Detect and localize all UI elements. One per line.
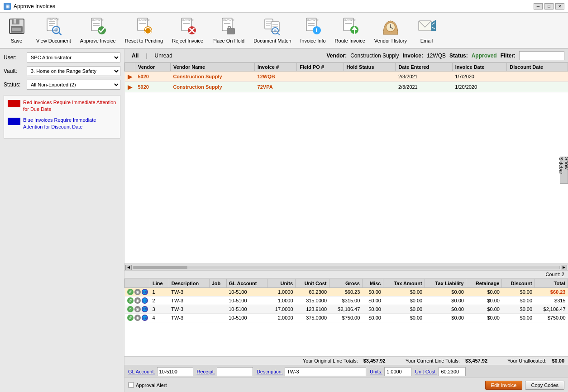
col-hold-status[interactable]: Hold Status (344, 63, 396, 72)
maximize-button[interactable]: □ (544, 3, 554, 10)
approval-alert-checkbox[interactable] (128, 382, 134, 388)
red-legend-text: Red Invoices Require Immediate Attention… (23, 99, 116, 113)
line-retainage-cell: $0.00 (466, 288, 502, 296)
svg-text:INVOICE: INVOICE (307, 19, 319, 22)
line-unitcost-cell: 315.0000 (296, 296, 329, 305)
line-total-cell: $315 (535, 296, 568, 305)
approve-invoice-button[interactable]: INVOICE Approve Invoice (76, 14, 120, 46)
close-button[interactable]: ✕ (555, 3, 564, 10)
line-icon-1: ↺ (127, 306, 134, 312)
col-line-job[interactable]: Job (209, 279, 226, 288)
svg-text:INVOICE: INVOICE (92, 19, 104, 22)
user-field-row: User: SPC Administrator (4, 53, 120, 62)
invoice-num-link[interactable]: 72VPA (258, 84, 273, 90)
col-total[interactable]: Total (535, 279, 568, 288)
scroll-thumb[interactable] (133, 266, 187, 269)
svg-text:INVOICE: INVOICE (138, 19, 150, 22)
vendor-name-link[interactable]: Construction Supply (173, 74, 222, 79)
col-line-desc[interactable]: Description (169, 279, 209, 288)
scroll-right-button[interactable]: ▶ (561, 265, 567, 270)
svg-point-13 (54, 28, 58, 32)
view-document-button[interactable]: INVOICE View Document (32, 14, 75, 46)
line-icon-2: ◉ (134, 315, 141, 321)
col-line-num[interactable]: Line (150, 279, 169, 288)
tab-unread[interactable]: Unread (151, 52, 176, 60)
invoice-num-link[interactable]: 12WQB (258, 74, 275, 79)
col-discount[interactable]: Discount (502, 279, 535, 288)
col-vendor-name[interactable]: Vendor Name (170, 63, 254, 72)
col-field-po[interactable]: Field PO # (297, 63, 344, 72)
status-field-row: Status: All Non-Exported (2) (4, 80, 120, 90)
unit-cost-input[interactable] (439, 367, 466, 376)
col-tax-amount[interactable]: Tax Amount (383, 279, 425, 288)
vendor-link[interactable]: 5020 (138, 84, 149, 90)
vault-select[interactable]: 3. Home on the Range Safety (27, 66, 120, 76)
col-tax-liability[interactable]: Tax Liability (425, 279, 466, 288)
units-input[interactable] (384, 367, 411, 376)
col-unit-cost[interactable]: Unit Cost (296, 279, 329, 288)
table-row[interactable]: ▶ 5020 Construction Supply 12WQB 2/3/202… (125, 72, 568, 82)
place-on-hold-button[interactable]: INVOICE Place On Hold (208, 14, 248, 46)
gl-account-input[interactable] (157, 367, 193, 376)
line-total-cell: $60.23 (535, 288, 568, 296)
line-table: Line Description Job GL Account Units Un… (124, 279, 568, 322)
status-select[interactable]: All Non-Exported (2) (27, 80, 120, 90)
description-label[interactable]: Description: (257, 369, 283, 374)
scroll-track[interactable] (133, 266, 560, 269)
col-discount-date[interactable]: Discount Date (507, 63, 568, 72)
email-button[interactable]: Email (412, 14, 441, 46)
reset-to-pending-button[interactable]: INVOICE Reset to Pending (121, 14, 167, 46)
line-item-row[interactable]: ↺ ◉ 🌐 4 TW-3 10-5100 2.0000 375.0000 (125, 314, 568, 322)
svg-point-45 (274, 29, 277, 32)
receipt-label[interactable]: Receipt: (197, 369, 215, 374)
col-gl-account[interactable]: GL Account (226, 279, 267, 288)
tab-all[interactable]: All (128, 52, 142, 60)
filter-input[interactable] (519, 51, 564, 60)
window-title: Approve Invoices (14, 3, 534, 10)
col-gross[interactable]: Gross (329, 279, 362, 288)
col-retainage[interactable]: Retainage (466, 279, 502, 288)
row-icon-cell: ▶ (125, 82, 135, 92)
save-button[interactable]: Save (2, 14, 31, 46)
route-invoice-button[interactable]: INVOICE Route Invoice (331, 14, 369, 46)
units-label[interactable]: Units: (370, 369, 382, 374)
line-taxamt-cell: $0.00 (383, 305, 425, 314)
reset-to-pending-label: Reset to Pending (125, 38, 163, 44)
document-match-button[interactable]: Document Match (249, 14, 295, 46)
vendor-name-link[interactable]: Construction Supply (173, 84, 222, 90)
user-select[interactable]: SPC Administrator (27, 53, 120, 62)
vendor-history-button[interactable]: Vendor History (370, 14, 411, 46)
reject-invoice-button[interactable]: INVOICE Reject Invoice (168, 14, 207, 46)
line-item-row[interactable]: ↺ ◉ 🌐 1 TW-3 10-5100 1.0000 60.2300 (125, 288, 568, 296)
col-date-entered[interactable]: Date Entered (396, 63, 452, 72)
line-icon-2: ◉ (134, 306, 141, 312)
table-row[interactable]: ▶ 5020 Construction Supply 72VPA 2/3/202… (125, 82, 568, 92)
invoice-info-icon: INVOICE i (303, 17, 323, 36)
receipt-input[interactable] (217, 367, 253, 376)
line-total-cell: $750.00 (535, 314, 568, 322)
line-item-row[interactable]: ↺ ◉ 🌐 2 TW-3 10-5100 1.0000 315.0000 (125, 296, 568, 305)
gl-account-label[interactable]: GL Account: (128, 369, 155, 374)
line-item-row[interactable]: ↺ ◉ 🌐 3 TW-3 10-5100 17.0000 123.9100 (125, 305, 568, 314)
minimize-button[interactable]: ─ (534, 3, 543, 10)
svg-text:INVOICE: INVOICE (48, 18, 59, 21)
horizontal-scrollbar[interactable]: ◀ ▶ (124, 264, 568, 270)
col-invoice-num[interactable]: Invoice # (255, 63, 297, 72)
edit-invoice-button[interactable]: Edit Invoice (485, 381, 523, 390)
svg-point-62 (390, 27, 391, 28)
copy-codes-button[interactable]: Copy Codes (525, 381, 564, 390)
invoice-info-button[interactable]: INVOICE i Invoice Info (296, 14, 329, 46)
line-table-area: Line Description Job GL Account Units Un… (124, 279, 568, 356)
col-vendor[interactable]: Vendor (135, 63, 171, 72)
col-invoice-date[interactable]: Invoice Date (452, 63, 507, 72)
vendor-link[interactable]: 5020 (138, 74, 149, 79)
col-units[interactable]: Units (267, 279, 296, 288)
unit-cost-label[interactable]: Unit Cost: (415, 369, 437, 374)
description-input[interactable] (285, 367, 366, 376)
show-sidebar-button[interactable]: Show Sidebar (560, 157, 568, 184)
line-taxamt-cell: $0.00 (383, 288, 425, 296)
scroll-left-button[interactable]: ◀ (125, 265, 132, 270)
col-misc[interactable]: Misc (362, 279, 383, 288)
red-swatch (8, 100, 20, 107)
email-icon (417, 17, 437, 36)
